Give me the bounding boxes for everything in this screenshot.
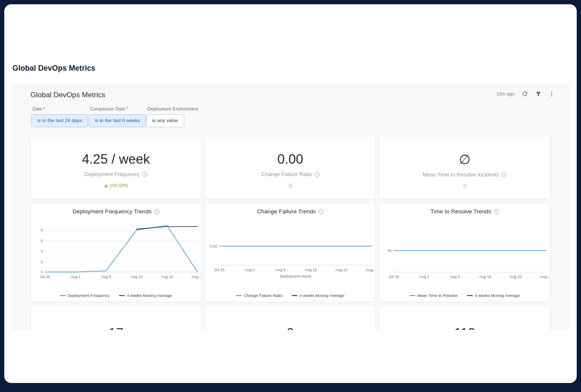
kpi-label: Change Failure Ratio: [261, 171, 319, 177]
dashboard-panel: Global DevOps Metrics 10m ago Date * is …: [12, 84, 569, 330]
kpi-value: 112: [454, 326, 475, 330]
last-refresh-label: 10m ago: [496, 91, 515, 96]
chart-title: Time to Resolve Trends: [380, 208, 550, 215]
line-chart-deployment-frequency: 02468Jul 25Aug 1Aug 8Aug 15Aug 22Aug 29: [32, 216, 200, 285]
chart-title: Change Failure Trends: [205, 208, 375, 215]
svg-text:Deployment Week: Deployment Week: [280, 274, 311, 278]
chart-title: Deployment Frequency Trends: [31, 208, 201, 215]
kpi-value: ∅: [459, 152, 470, 168]
svg-text:6: 6: [40, 239, 42, 243]
legend-item[interactable]: Change Failure Ratio: [236, 293, 282, 298]
legend-swatch: [410, 295, 415, 296]
svg-text:Aug 15: Aug 15: [305, 268, 317, 272]
info-icon[interactable]: [154, 209, 159, 214]
filter-chip-date[interactable]: is in the last 24 days: [31, 114, 88, 127]
legend-item[interactable]: Mean Time to Resolve: [410, 293, 458, 298]
app-window: Global DevOps Metrics Global DevOps Metr…: [4, 4, 577, 383]
filter-group-date: Date * is in the last 24 days: [31, 106, 88, 127]
kpi-value: 3: [287, 326, 294, 330]
kpi-value: 17: [108, 326, 123, 330]
svg-text:Jul 25: Jul 25: [388, 275, 398, 279]
svg-text:0: 0: [40, 270, 42, 274]
kpi-delta: ∅: [463, 183, 467, 189]
svg-text:Aug 8: Aug 8: [275, 268, 285, 272]
kpi-tile-bottom-left: 17: [30, 305, 201, 330]
filter-group-comparison-date: Comparison Date * is in the last 6 weeks: [89, 106, 146, 127]
info-icon[interactable]: [318, 209, 323, 214]
svg-text:2: 2: [40, 260, 42, 264]
kpi-value: 0.00: [277, 152, 303, 167]
dashboard-controls: 10m ago: [496, 90, 555, 97]
svg-text:0.00: 0.00: [210, 244, 217, 248]
dashboard-title: Global DevOps Metrics: [30, 91, 105, 99]
filter-label: Deployment Environment: [147, 106, 198, 111]
svg-text:Aug 1: Aug 1: [245, 268, 255, 272]
kpi-delta: ▲ 100.00%: [104, 183, 128, 188]
chart-tile-time-to-resolve-trends: Time to Resolve Trends 0sJul 25Aug 1Aug …: [379, 203, 550, 302]
filter-chip-comparison-date[interactable]: is in the last 6 weeks: [89, 114, 146, 127]
svg-text:Aug 22: Aug 22: [161, 275, 173, 279]
kpi-tile-change-failure-ratio: 0.00 Change Failure Ratio ∅: [205, 136, 376, 199]
page-title: Global DevOps Metrics: [12, 64, 96, 73]
line-chart-time-to-resolve: 0sJul 25Aug 1Aug 8Aug 15Aug 22Aug 29: [381, 216, 549, 285]
info-icon[interactable]: [142, 172, 147, 177]
kebab-menu-icon[interactable]: [548, 91, 555, 97]
legend-swatch: [60, 295, 66, 296]
legend-swatch: [119, 295, 125, 296]
legend-item[interactable]: 4 weeks Moving Average: [292, 293, 344, 298]
svg-text:Aug 15: Aug 15: [479, 275, 491, 279]
kpi-tile-deployment-frequency: 4.25 / week Deployment Frequency ▲ 100.0…: [30, 136, 201, 199]
info-icon[interactable]: [494, 209, 499, 214]
kpi-tile-bottom-middle: 3: [205, 305, 376, 330]
chart-legend: Change Failure Ratio 4 weeks Moving Aver…: [205, 293, 375, 298]
chart-tile-change-failure-trends: Change Failure Trends 0.00Jul 25Aug 1Aug…: [205, 203, 376, 302]
legend-swatch: [292, 295, 297, 296]
svg-text:Aug 8: Aug 8: [101, 275, 111, 279]
refresh-icon[interactable]: [521, 90, 528, 97]
svg-text:Aug 29: Aug 29: [365, 268, 374, 272]
svg-text:Aug 22: Aug 22: [335, 268, 347, 272]
chart-tile-deployment-frequency-trends: Deployment Frequency Trends 02468Jul 25A…: [30, 203, 201, 302]
legend-swatch: [467, 295, 473, 296]
svg-text:Aug 29: Aug 29: [191, 275, 200, 279]
info-icon[interactable]: [501, 172, 506, 177]
svg-text:Aug 1: Aug 1: [70, 275, 81, 279]
legend-item[interactable]: 4 weeks Moving Average: [119, 293, 172, 298]
chart-legend: Deployment Frequency 4 weeks Moving Aver…: [31, 293, 201, 298]
svg-text:Aug 8: Aug 8: [449, 275, 460, 279]
filter-icon[interactable]: [535, 91, 542, 97]
line-chart-change-failure: 0.00Jul 25Aug 1Aug 8Aug 15Aug 22Aug 29De…: [207, 216, 374, 285]
filter-label: Comparison Date *: [90, 106, 146, 111]
kpi-label: Deployment Frequency: [84, 171, 147, 177]
kpi-value: 4.25 / week: [82, 152, 150, 167]
svg-text:8: 8: [40, 228, 42, 232]
kpi-label: Mean Time to Resolve Incidents: [423, 172, 507, 178]
legend-swatch: [236, 295, 242, 296]
chart-legend: Mean Time to Resolve 4 weeks Moving Aver…: [380, 293, 550, 298]
kpi-tile-mean-time-to-resolve: ∅ Mean Time to Resolve Incidents ∅: [379, 136, 550, 199]
filter-label: Date *: [33, 106, 88, 111]
kpi-delta: ∅: [288, 183, 293, 189]
svg-text:Aug 1: Aug 1: [419, 275, 429, 279]
svg-text:Aug 22: Aug 22: [509, 275, 522, 279]
svg-text:4: 4: [40, 249, 42, 253]
legend-item[interactable]: 4 weeks Moving Average: [467, 293, 520, 298]
svg-text:Aug 29: Aug 29: [540, 275, 548, 279]
svg-text:0s: 0s: [387, 248, 392, 253]
filter-chip-deployment-environment[interactable]: is any value: [146, 114, 184, 127]
svg-text:Aug 15: Aug 15: [130, 275, 143, 279]
kpi-tile-bottom-right: 112: [379, 305, 550, 330]
svg-text:Jul 25: Jul 25: [39, 275, 50, 279]
svg-text:Jul 25: Jul 25: [214, 268, 224, 272]
legend-item[interactable]: Deployment Frequency: [60, 293, 110, 298]
info-icon[interactable]: [314, 172, 320, 177]
filter-group-deployment-environment: Deployment Environment is any value: [146, 106, 198, 127]
